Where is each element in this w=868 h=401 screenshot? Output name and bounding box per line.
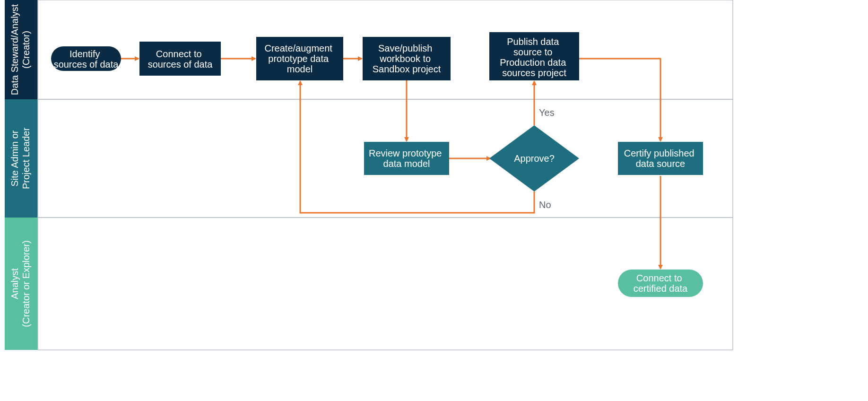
node-certify: Certify published data source: [618, 142, 703, 175]
svg-text:Site Admin or: Site Admin or: [9, 130, 20, 186]
swimlane-diagram: Data Steward/Analyst (Creator) Site Admi…: [0, 0, 738, 355]
svg-text:(Creator or Explorer): (Creator or Explorer): [21, 240, 31, 327]
svg-text:Data Steward/Analyst: Data Steward/Analyst: [9, 4, 20, 95]
svg-text:Analyst: Analyst: [9, 268, 20, 299]
lane-leader-label-1: Site Admin or: [9, 130, 20, 186]
lane-analyst-label-1: Analyst: [9, 268, 20, 299]
label-no: No: [539, 200, 551, 210]
label-yes: Yes: [539, 107, 555, 118]
lane-analyst-header: Analyst (Creator or Explorer): [5, 218, 38, 350]
node-connect: Connect to sources of data: [139, 42, 221, 76]
node-connect-certified: Connect to certified data: [618, 270, 703, 297]
node-approve-decision: Approve?: [489, 125, 579, 192]
lane-leader-header: Site Admin or Project Leader: [5, 99, 38, 218]
svg-text:Project Leader: Project Leader: [21, 128, 31, 189]
node-create-augment: Create/augment prototype data model: [256, 37, 343, 80]
node-review: Review prototype data model: [364, 142, 449, 175]
svg-text:Publish data
      source  to
: Publish data source to Production data s…: [500, 36, 569, 78]
lane-creator-header: Data Steward/Analyst (Creator): [5, 0, 38, 99]
svg-text:Connect to
      certified dat: Connect to certified data: [634, 273, 688, 294]
svg-text:Connect to
      sources of da: Connect to sources of data: [148, 49, 213, 70]
arrow-publish-to-certify: [579, 59, 660, 141]
node-identify: Identify sources of data: [51, 46, 121, 71]
lane-analyst-label-2: (Creator or Explorer): [21, 240, 31, 327]
svg-text:(Creator): (Creator): [21, 31, 31, 69]
lane-creator-label-1: Data Steward/Analyst: [9, 4, 20, 95]
lane-creator-label-2: (Creator): [21, 31, 31, 69]
svg-text:Save/publish
      workbook to: Save/publish workbook to Sandbox project: [373, 43, 441, 74]
node-save-publish: Save/publish workbook to Sandbox project: [363, 37, 451, 80]
lane-leader-label-2: Project Leader: [21, 128, 31, 189]
node-publish-source: Publish data source to Production data s…: [489, 32, 579, 80]
node-approve-label: Approve?: [514, 153, 555, 164]
